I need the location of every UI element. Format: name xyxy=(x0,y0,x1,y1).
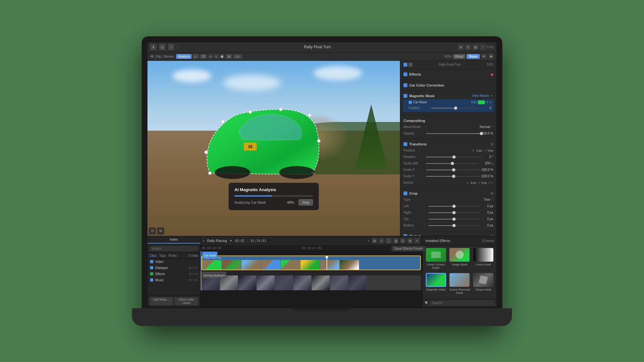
share-btn[interactable]: ↑ xyxy=(480,44,486,50)
sidebar-item-effects[interactable]: Effects ⊞ ≡ ⊡ xyxy=(147,271,200,277)
blend-mode-value[interactable]: Normal xyxy=(480,125,490,129)
compositing-header[interactable]: Compositing xyxy=(400,117,497,124)
toolbar-btn-3[interactable]: DI xyxy=(200,54,207,59)
edit-roles-button[interactable]: Edit Roles... xyxy=(149,297,173,305)
rotation-label: Rotation xyxy=(403,155,426,159)
crop-tool[interactable]: ⊡ xyxy=(149,227,156,235)
scale-x-slider-container xyxy=(426,170,481,170)
toolbar-btn-2[interactable]: ▷ xyxy=(193,54,199,59)
effect-shape-mask[interactable]: Shape Mask xyxy=(472,273,495,297)
filmstrip-btn[interactable]: ▤ xyxy=(472,44,479,50)
timeline-tool-3[interactable]: 🎧 xyxy=(386,238,392,244)
toolbar-clip-btn[interactable]: ◎ xyxy=(159,44,166,50)
transform-tool[interactable]: ⧉ xyxy=(157,227,164,235)
magnetic-mask-name: Magnetic Mask xyxy=(426,288,446,291)
opacity-value: 100.0 % xyxy=(481,132,493,135)
tool-btn-3[interactable]: ⬤ xyxy=(220,54,225,59)
anchor-label: Anchor xyxy=(403,181,426,184)
left-slider[interactable] xyxy=(429,206,479,207)
clips-filter[interactable]: Clips xyxy=(149,254,156,257)
dialogue-checkbox[interactable] xyxy=(150,266,153,269)
multicam-clip[interactable] xyxy=(202,275,421,290)
effects-sidebar-checkbox[interactable] xyxy=(150,272,153,275)
transform-title: Transform xyxy=(409,142,491,146)
effect-image-mask[interactable]: Image Mask xyxy=(449,248,471,272)
sidebar-item-video[interactable]: Video xyxy=(147,259,200,265)
track-car-mask: Car Mask Rally Final Turn xyxy=(201,251,422,271)
sidebar-item-music[interactable]: Music ⊞ ≡ ⊡ xyxy=(147,277,200,283)
effect-green-screen[interactable]: Green Screen Keyer xyxy=(425,248,447,272)
reset-button[interactable]: Reset xyxy=(453,54,465,59)
top-slider[interactable] xyxy=(429,219,479,219)
sidebar-search-input[interactable] xyxy=(149,246,198,251)
grid-view-btn[interactable]: ⊞ xyxy=(458,44,464,50)
view-masks-button[interactable]: View Masks xyxy=(472,94,489,97)
effects-search-input[interactable] xyxy=(430,301,495,305)
analysis-bottom: Analyzing Car Mask 48% Stop xyxy=(234,199,313,206)
rotation-slider[interactable] xyxy=(426,157,482,157)
transform-checkbox[interactable] xyxy=(403,142,407,146)
transform-reset-icon[interactable]: ⊡ xyxy=(491,143,493,146)
tool-btn-1[interactable]: ◎ xyxy=(208,54,213,59)
timeline-toolbar: ‹ Rally Racing ▼ 05:02 / 01:54:03 › ⊞ + … xyxy=(201,236,422,246)
done-button[interactable]: Done xyxy=(467,54,480,59)
effects-checkbox[interactable] xyxy=(403,72,407,76)
analyze-button[interactable]: Analyze xyxy=(176,54,192,59)
transform-header[interactable]: Transform ⊡ xyxy=(400,141,497,147)
timeline-nav-prev[interactable]: ‹ xyxy=(203,238,204,243)
timeline-tool-6[interactable]: ⊞ xyxy=(407,238,413,244)
timeline-tool-4[interactable]: ▥ xyxy=(393,238,399,244)
timeline-tool-2[interactable]: + xyxy=(379,238,384,244)
cc-checkbox[interactable] xyxy=(403,83,407,87)
crop-checkbox[interactable] xyxy=(403,191,407,195)
roles-filter[interactable]: Roles xyxy=(168,254,177,257)
right-slider[interactable] xyxy=(429,212,479,213)
sidebar-search-container xyxy=(147,244,200,253)
dialogue-icon-3: ⊡ xyxy=(195,266,198,269)
tags-filter[interactable]: Tags xyxy=(159,254,166,257)
effect-magnetic-mask[interactable]: Magnetic Mask xyxy=(425,273,447,297)
music-checkbox[interactable] xyxy=(150,278,153,282)
panel-info-icon xyxy=(409,63,412,67)
opacity-slider[interactable] xyxy=(426,133,481,134)
installed-effects-panel: Installed Effects 10 items Green Screen … xyxy=(422,236,497,307)
effect-luma-keyer[interactable]: Luma Keyer xyxy=(472,248,495,272)
toolbar-import-btn[interactable]: ⬇ xyxy=(150,44,156,50)
effects-header[interactable]: Effects ◆ xyxy=(400,71,497,78)
effect-scene-removal[interactable]: Scene Removal Mask xyxy=(449,273,471,297)
mm-checkbox[interactable] xyxy=(403,94,407,98)
sidebar-item-dialogue[interactable]: Dialogue ⊞ ≡ ⊡ xyxy=(147,265,200,271)
scale-x-slider[interactable] xyxy=(426,170,481,170)
feather-row: Feather 0 xyxy=(409,104,491,111)
eye-btn[interactable]: 👁 xyxy=(481,53,487,59)
scale-y-slider[interactable] xyxy=(426,176,481,177)
index-tab[interactable]: Index xyxy=(147,236,200,244)
green-screen-name: Green Screen Keyer xyxy=(425,263,447,269)
right-value: 0 px xyxy=(482,211,493,214)
stop-button[interactable]: Stop xyxy=(298,199,313,206)
main-clip[interactable]: Rally Final Turn xyxy=(202,255,421,270)
timeline-tool-1[interactable]: ⊞ xyxy=(372,238,377,244)
tools-btn[interactable]: ✱ xyxy=(488,53,494,59)
video-checkbox[interactable] xyxy=(150,260,153,263)
color-correction-header[interactable]: Car Color Correction xyxy=(400,82,497,88)
magnetic-mask-header[interactable]: Magnetic Mask View Masks ▼ xyxy=(400,93,497,99)
zoom-btn[interactable]: ⊞ xyxy=(226,54,232,59)
tool-btn-2[interactable]: ◎ xyxy=(214,54,219,59)
arrow-btn[interactable]: ◁▷ xyxy=(233,54,242,59)
timeline-nav-next[interactable]: › xyxy=(368,238,369,243)
car-mask-checkbox[interactable] xyxy=(409,101,412,104)
timeline-tool-7[interactable]: × xyxy=(414,238,420,244)
feather-slider[interactable] xyxy=(431,108,480,108)
show-audio-lanes-button[interactable]: Show Audio Lanes xyxy=(175,297,198,305)
timeline-tool-5[interactable]: ⊡ xyxy=(400,238,406,244)
save-effects-preset-button[interactable]: Save Effects Preset xyxy=(392,246,422,251)
scale-all-slider[interactable] xyxy=(426,163,479,164)
crop-header[interactable]: Crop ⊡ xyxy=(400,190,497,197)
list-view-btn[interactable]: ☰ xyxy=(465,44,471,50)
bottom-slider[interactable] xyxy=(429,225,479,226)
car-mask-close[interactable]: × xyxy=(489,100,491,104)
scale-all-row: Scale (All) 100 % xyxy=(400,160,497,167)
toolbar-check-btn[interactable]: ✓ xyxy=(168,44,175,50)
distort-header[interactable]: Distort ⊡ xyxy=(400,233,497,236)
